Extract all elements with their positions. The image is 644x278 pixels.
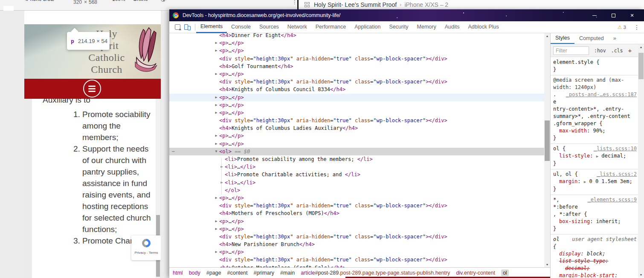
breadcrumb-item[interactable]: ol: [501, 269, 509, 276]
toggle-hover-state-button[interactable]: :hov: [594, 48, 606, 54]
stylesheet-source-link[interactable]: _lists.scss:10: [594, 145, 637, 152]
tab-network[interactable]: Network: [283, 21, 311, 33]
hamburger-menu-icon[interactable]: [83, 80, 101, 97]
recaptcha-label[interactable]: Privacy - Terms: [131, 251, 161, 255]
tab-security[interactable]: Security: [385, 21, 412, 33]
tab-sources[interactable]: Sources: [255, 21, 283, 33]
inspect-element-icon[interactable]: [175, 24, 180, 30]
scroll-up-icon[interactable]: ▲: [638, 44, 644, 50]
breadcrumb-item[interactable]: #page: [206, 270, 221, 276]
dom-row[interactable]: <h4>Knights of Columbus Ladies Auxiliary…: [169, 124, 544, 132]
styles-tab-computed[interactable]: Computed: [574, 33, 609, 44]
throttle-icon[interactable]: [161, 0, 165, 2]
dom-row[interactable]: <li>Promote sociability among the member…: [169, 155, 544, 163]
expand-arrow-icon[interactable]: ▶: [214, 132, 219, 140]
tab-console[interactable]: Console: [227, 21, 255, 33]
minimize-button[interactable]: [585, 9, 604, 21]
dom-row[interactable]: ⋯▼<ol> == $0: [169, 148, 544, 155]
tab-application[interactable]: Application: [350, 21, 385, 33]
elements-scrollbar[interactable]: ▲ ▼: [544, 33, 550, 267]
background-doc-page[interactable]: iPhone X/XS – 2: [404, 1, 448, 8]
expand-arrow-icon[interactable]: ▼: [214, 148, 219, 155]
tab-memory[interactable]: Memory: [413, 21, 441, 33]
row-actions-icon[interactable]: ⋯: [172, 148, 175, 155]
dom-row[interactable]: <div style="height:30px" aria-hidden="tr…: [169, 202, 544, 209]
dom-row[interactable]: ▶<p>…</p>: [169, 70, 544, 78]
dom-row[interactable]: </ol>: [169, 186, 544, 194]
dom-row[interactable]: <div style="height:30px" aria-hidden="tr…: [169, 55, 544, 63]
expand-arrow-icon[interactable]: ▶: [214, 225, 219, 233]
dom-row[interactable]: <h4>Dinner For Eight</h4>: [169, 33, 544, 39]
style-rule[interactable]: user agent stylesheetol{display: block;l…: [551, 235, 638, 278]
dom-row[interactable]: <h4>Knights of Columbus Council 8334</h4…: [169, 86, 544, 93]
viewport-width-field[interactable]: 320: [73, 0, 82, 8]
breadcrumb-item[interactable]: html: [173, 270, 183, 276]
dom-row[interactable]: ▶<p>…</p>: [169, 140, 544, 148]
style-rule[interactable]: _elements.scss:9*,*:before, *:after {box…: [551, 195, 638, 235]
tab-adblock-plus[interactable]: Adblock Plus: [464, 21, 503, 33]
dom-row[interactable]: ▶<p>…</p>: [169, 132, 544, 140]
dom-row[interactable]: <div style="height:30px" aria-hidden="tr…: [169, 233, 544, 241]
dom-row[interactable]: ▶<p>…</p>: [169, 39, 544, 47]
breadcrumb-item[interactable]: div.entry-content: [456, 270, 495, 276]
scroll-down-icon[interactable]: ▼: [544, 262, 550, 267]
toggle-class-button[interactable]: .cls: [611, 48, 623, 54]
kebab-menu-icon[interactable]: ⋮: [292, 0, 297, 8]
breadcrumb-item[interactable]: #main: [280, 270, 295, 276]
dom-row[interactable]: <h4>October Marketplace (Craft Sale)</h4…: [169, 264, 544, 267]
dom-row[interactable]: <div style="height:30px" aria-hidden="tr…: [169, 256, 544, 264]
dom-row[interactable]: ▶<p>…</p>: [169, 194, 544, 202]
style-rule[interactable]: @media screen and (max-width: 1240px)_po…: [551, 75, 638, 144]
expand-arrow-icon[interactable]: ▶: [214, 94, 219, 101]
new-style-rule-button[interactable]: +: [628, 47, 632, 54]
dom-row[interactable]: <h4>Golf Tournament</h4>: [169, 63, 544, 70]
dom-row[interactable]: <div style="height:30px" aria-hidden="tr…: [169, 78, 544, 86]
expand-arrow-icon[interactable]: ▶: [214, 248, 219, 256]
expand-arrow-icon[interactable]: ▶: [214, 47, 219, 54]
scrollbar-thumb[interactable]: [545, 120, 550, 161]
dom-row[interactable]: <li>Promote Charitable activities; and <…: [169, 171, 544, 178]
dom-row[interactable]: <h4>New Parishioner Brunch</h4>: [169, 241, 544, 248]
expand-arrow-icon[interactable]: ▶: [214, 109, 219, 117]
dom-row[interactable]: ▶<li>…</li>: [169, 163, 544, 171]
breadcrumb-item[interactable]: body: [189, 270, 200, 276]
dom-row[interactable]: <h4>Mothers of Preschoolers (MOPS)</h4>: [169, 209, 544, 217]
styles-tab-»[interactable]: »: [609, 33, 621, 44]
scroll-up-icon[interactable]: ▲: [544, 33, 550, 39]
expand-arrow-icon[interactable]: ▶: [214, 140, 219, 148]
background-doc-title[interactable]: Holy Spirit- Lee's Summit Proof: [314, 1, 397, 8]
expand-arrow-icon[interactable]: ▶: [214, 101, 219, 109]
viewport-height-field[interactable]: 568: [89, 0, 97, 8]
dom-row[interactable]: ▶<p>…</p>: [169, 109, 544, 117]
close-button[interactable]: ✕: [623, 9, 641, 21]
tab-audits[interactable]: Audits: [441, 21, 464, 33]
expand-arrow-icon[interactable]: ▶: [219, 179, 224, 186]
expand-arrow-icon[interactable]: ▶: [214, 70, 219, 78]
breadcrumb-item[interactable]: article#post-289.post-289.page.type-page…: [301, 270, 450, 276]
kebab-menu-icon[interactable]: ⋮: [634, 24, 640, 31]
dom-row[interactable]: ▶<p>…</p>: [169, 94, 544, 101]
dom-row[interactable]: ▶<p>…</p>: [169, 225, 544, 233]
style-rule[interactable]: _lists.scss:10ol {list-style: ▶ decimal;…: [551, 144, 638, 169]
grid-icon[interactable]: [305, 2, 310, 7]
style-rule[interactable]: _lists.scss:2ul, ol {margin: ▶ 0 0 1.5em…: [551, 169, 638, 195]
expand-arrow-icon[interactable]: ▶: [214, 194, 219, 202]
style-rule[interactable]: element.style {}: [551, 57, 638, 75]
breadcrumb-item[interactable]: #primary: [253, 270, 274, 276]
stylesheet-source-link[interactable]: _elements.scss:9: [587, 196, 637, 203]
dom-row[interactable]: <div style="height:30px" aria-hidden="tr…: [169, 117, 544, 124]
styles-filter-input[interactable]: [553, 46, 589, 55]
device-toolbar-toggle-icon[interactable]: [184, 24, 191, 30]
expand-arrow-icon[interactable]: ▶: [214, 39, 219, 47]
expand-arrow-icon[interactable]: ▶: [214, 218, 219, 225]
stylesheet-source-link[interactable]: _posts-and-…es.scss:187: [566, 91, 637, 98]
dom-row[interactable]: ▶<p>…</p>: [169, 248, 544, 256]
warning-counter[interactable]: ⚠3: [618, 24, 626, 30]
tab-performance[interactable]: Performance: [311, 21, 351, 33]
dom-row[interactable]: ▶<p>…</p>: [169, 218, 544, 225]
dom-row[interactable]: ▶<p>…</p>: [169, 47, 544, 54]
breadcrumb-item[interactable]: #content: [227, 270, 248, 276]
tab-elements[interactable]: Elements: [196, 21, 227, 33]
recaptcha-badge[interactable]: Privacy - Terms: [131, 235, 161, 260]
dom-row[interactable]: ▶<li>…</li>: [169, 179, 544, 186]
